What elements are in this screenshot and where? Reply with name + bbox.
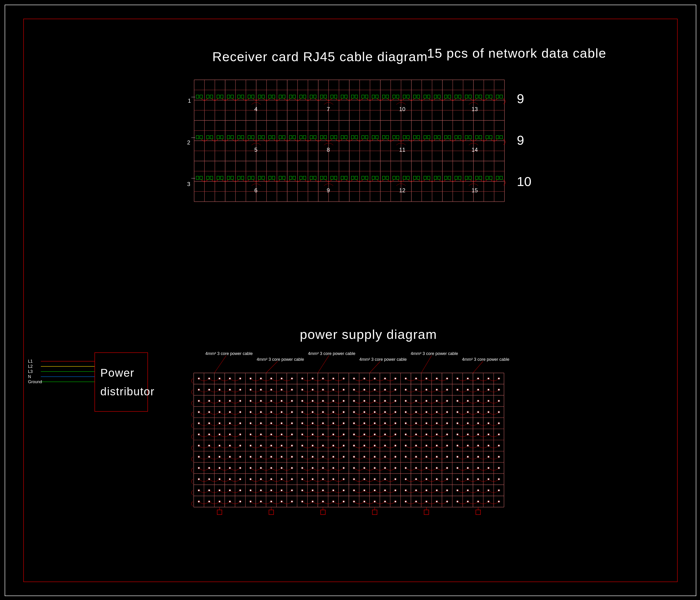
svg-rect-646 [415, 423, 417, 424]
svg-rect-538 [477, 400, 479, 402]
svg-rect-680 [281, 434, 282, 435]
svg-rect-436 [260, 389, 261, 391]
svg-rect-450 [333, 389, 334, 391]
svg-rect-682 [291, 434, 293, 435]
svg-rect-830 [436, 456, 438, 457]
svg-rect-1064 [405, 501, 406, 502]
svg-rect-582 [395, 411, 396, 413]
svg-rect-594 [457, 411, 458, 413]
svg-rect-1036 [260, 501, 261, 502]
svg-rect-642 [395, 423, 396, 424]
svg-rect-1004 [405, 490, 406, 491]
svg-rect-662 [498, 423, 500, 424]
svg-rect-666 [208, 434, 210, 435]
svg-rect-964 [198, 490, 200, 491]
svg-rect-1052 [343, 501, 344, 502]
svg-rect-656 [467, 423, 469, 424]
svg-rect-870 [333, 467, 334, 469]
svg-rect-1024 [198, 501, 200, 502]
svg-rect-424 [198, 389, 200, 391]
svg-rect-494 [250, 400, 251, 402]
svg-rect-1068 [426, 501, 427, 502]
svg-rect-1008 [426, 490, 427, 491]
svg-rect-1054 [353, 501, 355, 502]
cable-label: 4mm² 3 core power cable [411, 351, 458, 356]
svg-rect-876 [364, 467, 365, 469]
svg-rect-962 [498, 478, 500, 480]
svg-rect-852 [240, 467, 241, 469]
svg-rect-780 [488, 445, 489, 446]
svg-rect-974 [250, 490, 251, 491]
svg-rect-632 [343, 423, 344, 424]
svg-rect-384 [302, 378, 303, 379]
svg-rect-764 [405, 445, 406, 446]
svg-rect-568 [322, 411, 324, 413]
svg-rect-544 [198, 411, 200, 413]
svg-rect-1012 [446, 490, 448, 491]
svg-rect-614 [250, 423, 251, 424]
svg-rect-510 [333, 400, 334, 402]
svg-rect-908 [219, 478, 220, 480]
svg-rect-504 [302, 400, 303, 402]
svg-rect-540 [488, 400, 489, 402]
svg-rect-760 [384, 445, 386, 446]
svg-rect-430 [229, 389, 230, 391]
svg-rect-1026 [208, 501, 210, 502]
svg-rect-670 [229, 434, 230, 435]
svg-rect-864 [302, 467, 303, 469]
svg-rect-542 [498, 400, 500, 402]
svg-rect-502 [291, 400, 293, 402]
svg-rect-866 [312, 467, 314, 469]
svg-rect-372 [240, 378, 241, 379]
svg-line-1095 [473, 361, 483, 373]
svg-rect-1042 [291, 501, 293, 502]
svg-rect-690 [333, 434, 334, 435]
svg-rect-660 [488, 423, 489, 424]
svg-rect-570 [333, 411, 334, 413]
svg-rect-850 [229, 467, 230, 469]
svg-rect-560 [281, 411, 282, 413]
svg-rect-438 [271, 389, 272, 391]
svg-rect-606 [208, 423, 210, 424]
svg-rect-490 [229, 400, 230, 402]
svg-rect-834 [457, 456, 458, 457]
svg-rect-1046 [312, 501, 314, 502]
svg-rect-862 [291, 467, 293, 469]
svg-rect-768 [426, 445, 427, 446]
svg-rect-456 [364, 389, 365, 391]
svg-rect-610 [229, 423, 230, 424]
svg-rect-390 [333, 378, 334, 379]
svg-rect-1086 [321, 510, 325, 515]
svg-rect-556 [260, 411, 261, 413]
svg-rect-652 [446, 423, 448, 424]
svg-rect-608 [219, 423, 220, 424]
svg-rect-734 [250, 445, 251, 446]
svg-rect-992 [343, 490, 344, 491]
svg-rect-674 [250, 434, 251, 435]
svg-rect-930 [333, 478, 334, 480]
svg-rect-740 [281, 445, 282, 446]
svg-rect-628 [322, 423, 324, 424]
svg-rect-1000 [384, 490, 386, 491]
svg-rect-824 [405, 456, 406, 457]
svg-rect-506 [312, 400, 314, 402]
svg-rect-702 [395, 434, 396, 435]
power-diagram [0, 0, 700, 600]
svg-rect-596 [467, 411, 469, 413]
svg-rect-846 [208, 467, 210, 469]
svg-rect-460 [384, 389, 386, 391]
svg-rect-572 [343, 411, 344, 413]
svg-rect-746 [312, 445, 314, 446]
svg-rect-890 [436, 467, 438, 469]
svg-rect-512 [343, 400, 344, 402]
svg-rect-878 [374, 467, 375, 469]
svg-rect-868 [322, 467, 324, 469]
svg-rect-518 [374, 400, 375, 402]
svg-rect-828 [426, 456, 427, 457]
svg-rect-554 [250, 411, 251, 413]
svg-rect-884 [405, 467, 406, 469]
svg-rect-618 [271, 423, 272, 424]
svg-rect-820 [384, 456, 386, 457]
svg-rect-1060 [384, 501, 386, 502]
svg-rect-718 [477, 434, 479, 435]
